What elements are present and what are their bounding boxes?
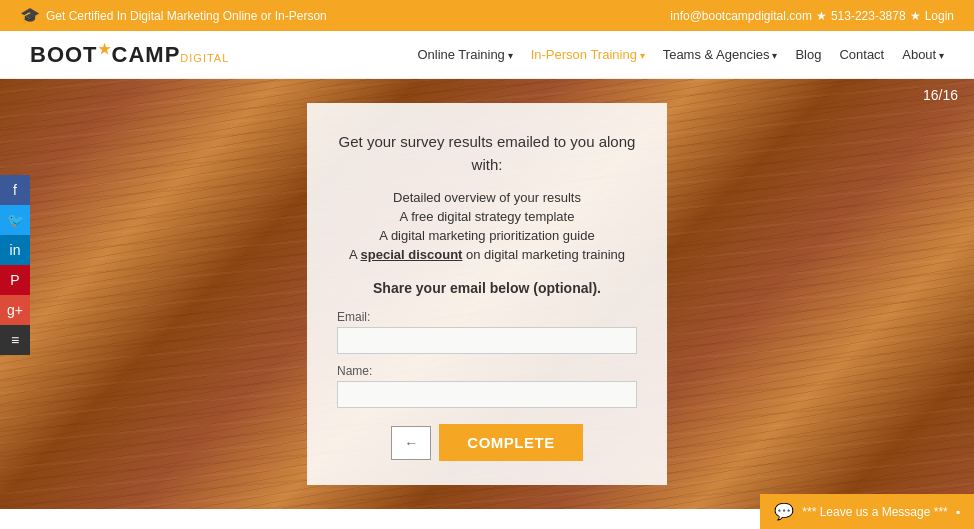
logo-text: BOOT★CAMPDIGITAL — [30, 42, 229, 67]
googleplus-icon[interactable]: g+ — [0, 295, 30, 325]
nav-blog[interactable]: Blog — [795, 47, 821, 62]
benefit-item-1: Detailed overview of your results — [337, 190, 637, 205]
name-form-group: Name: — [337, 364, 637, 408]
name-input[interactable] — [337, 381, 637, 408]
top-bar-left: 🎓 Get Certified In Digital Marketing Onl… — [20, 6, 327, 25]
share-text: Share your email below (optional). — [337, 280, 637, 296]
main-content: 16/16 Get your survey results emailed to… — [0, 79, 974, 509]
leave-message-text: *** Leave us a Message *** — [802, 505, 947, 510]
nav-contact[interactable]: Contact — [839, 47, 884, 62]
top-bar-left-text: Get Certified In Digital Marketing Onlin… — [46, 9, 327, 23]
progress-indicator: 16/16 — [923, 87, 958, 103]
layers-icon[interactable]: ≡ — [0, 325, 30, 355]
main-nav: Online Training In-Person Training Teams… — [417, 47, 944, 62]
nav-online-training[interactable]: Online Training — [417, 47, 512, 62]
survey-card: Get your survey results emailed to you a… — [307, 103, 667, 485]
nav-bar: BOOT★CAMPDIGITAL Online Training In-Pers… — [0, 31, 974, 79]
close-message-icon[interactable]: ▪ — [956, 505, 960, 510]
hero-section: 16/16 Get your survey results emailed to… — [0, 79, 974, 509]
phone-text: 513-223-3878 — [831, 9, 906, 23]
login-link[interactable]: Login — [925, 9, 954, 23]
pinterest-icon[interactable]: P — [0, 265, 30, 295]
name-label: Name: — [337, 364, 637, 378]
email-link[interactable]: info@bootcampdigital.com — [670, 9, 812, 23]
button-row: ← COMPLETE — [337, 424, 637, 461]
email-form-group: Email: — [337, 310, 637, 354]
back-button[interactable]: ← — [391, 426, 431, 460]
complete-button[interactable]: COMPLETE — [439, 424, 582, 461]
special-discount-link[interactable]: special discount — [361, 247, 463, 262]
linkedin-icon[interactable]: in — [0, 235, 30, 265]
logo: BOOT★CAMPDIGITAL — [30, 41, 229, 68]
top-bar: 🎓 Get Certified In Digital Marketing Onl… — [0, 0, 974, 31]
nav-inperson-training[interactable]: In-Person Training — [531, 47, 645, 62]
graduation-icon: 🎓 — [20, 6, 40, 25]
message-icon: 💬 — [774, 502, 794, 509]
leave-message-bar[interactable]: 💬 *** Leave us a Message *** ▪ — [760, 494, 974, 509]
benefit-item-2: A free digital strategy template — [337, 209, 637, 224]
facebook-icon[interactable]: f — [0, 175, 30, 205]
email-label: Email: — [337, 310, 637, 324]
star-icon: ★ — [816, 9, 827, 23]
nav-teams-agencies[interactable]: Teams & Agencies — [663, 47, 778, 62]
survey-benefits-list: Detailed overview of your results A free… — [337, 190, 637, 262]
survey-card-title: Get your survey results emailed to you a… — [337, 131, 637, 176]
benefit-item-4: A special discount on digital marketing … — [337, 247, 637, 262]
benefit-item-3: A digital marketing prioritization guide — [337, 228, 637, 243]
social-sidebar: f 🐦 in P g+ ≡ — [0, 175, 30, 355]
nav-about[interactable]: About — [902, 47, 944, 62]
wood-background: 16/16 Get your survey results emailed to… — [0, 79, 974, 509]
top-bar-right: info@bootcampdigital.com ★ 513-223-3878 … — [670, 9, 954, 23]
twitter-icon[interactable]: 🐦 — [0, 205, 30, 235]
progress-text: 16/16 — [923, 87, 958, 103]
email-input[interactable] — [337, 327, 637, 354]
